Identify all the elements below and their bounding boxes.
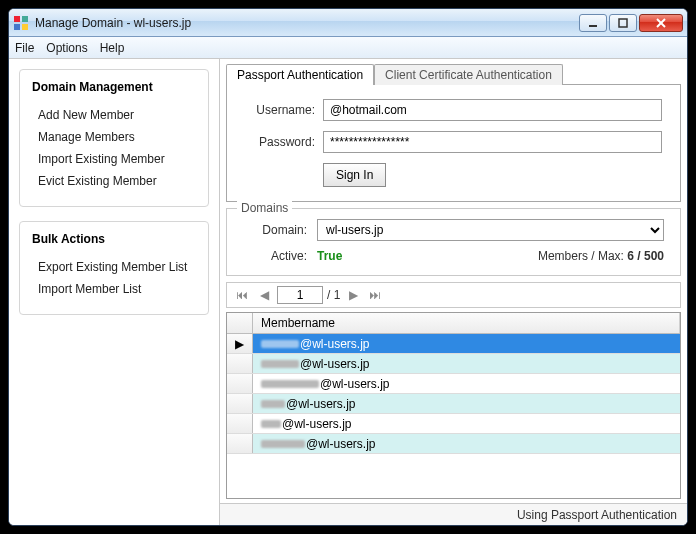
svg-rect-3 bbox=[22, 24, 28, 30]
domain-management-heading: Domain Management bbox=[32, 80, 196, 94]
table-row[interactable]: @wl-users.jp bbox=[227, 354, 680, 374]
pager-first-icon[interactable]: ⏮ bbox=[233, 286, 251, 304]
auth-tabs: Passport Authentication Client Certifica… bbox=[220, 59, 687, 84]
row-indicator-icon: ▶ bbox=[227, 334, 253, 353]
active-value: True bbox=[317, 249, 342, 263]
pager-total: / 1 bbox=[327, 288, 340, 302]
pager-next-icon[interactable]: ▶ bbox=[344, 286, 362, 304]
svg-rect-5 bbox=[619, 19, 627, 27]
table-row[interactable]: @wl-users.jp bbox=[227, 414, 680, 434]
sidebar-item-add-member[interactable]: Add New Member bbox=[32, 104, 196, 126]
titlebar[interactable]: Manage Domain - wl-users.jp bbox=[9, 9, 687, 37]
domain-label: Domain: bbox=[243, 223, 307, 237]
grid-corner bbox=[227, 313, 253, 333]
domains-group: Domains Domain: wl-users.jp Active: True… bbox=[226, 208, 681, 276]
sidebar: Domain Management Add New Member Manage … bbox=[9, 59, 219, 525]
domain-management-panel: Domain Management Add New Member Manage … bbox=[19, 69, 209, 207]
tab-passport[interactable]: Passport Authentication bbox=[226, 64, 374, 85]
auth-panel: Username: Password: Sign In bbox=[226, 84, 681, 202]
bulk-actions-panel: Bulk Actions Export Existing Member List… bbox=[19, 221, 209, 315]
username-input[interactable] bbox=[323, 99, 662, 121]
domains-legend: Domains bbox=[237, 201, 292, 215]
table-row[interactable]: @wl-users.jp bbox=[227, 434, 680, 454]
menu-options[interactable]: Options bbox=[46, 41, 87, 55]
username-label: Username: bbox=[245, 103, 315, 117]
sidebar-item-import-list[interactable]: Import Member List bbox=[32, 278, 196, 300]
svg-rect-2 bbox=[14, 24, 20, 30]
sidebar-item-manage-members[interactable]: Manage Members bbox=[32, 126, 196, 148]
members-max: Members / Max: 6 / 500 bbox=[538, 249, 664, 263]
active-label: Active: bbox=[243, 249, 307, 263]
signin-button[interactable]: Sign In bbox=[323, 163, 386, 187]
window-title: Manage Domain - wl-users.jp bbox=[35, 16, 579, 30]
pager-page-input[interactable] bbox=[277, 286, 323, 304]
sidebar-item-import-member[interactable]: Import Existing Member bbox=[32, 148, 196, 170]
bulk-actions-heading: Bulk Actions bbox=[32, 232, 196, 246]
table-row[interactable]: @wl-users.jp bbox=[227, 394, 680, 414]
pager: ⏮ ◀ / 1 ▶ ⏭ bbox=[226, 282, 681, 308]
maximize-button[interactable] bbox=[609, 14, 637, 32]
tab-client-cert[interactable]: Client Certificate Authentication bbox=[374, 64, 563, 85]
pager-last-icon[interactable]: ⏭ bbox=[366, 286, 384, 304]
app-window: Manage Domain - wl-users.jp File Options… bbox=[8, 8, 688, 526]
members-grid: Membername ▶@wl-users.jp @wl-users.jp @w… bbox=[226, 312, 681, 499]
close-button[interactable] bbox=[639, 14, 683, 32]
grid-header-membername[interactable]: Membername bbox=[253, 313, 680, 333]
menu-help[interactable]: Help bbox=[100, 41, 125, 55]
status-bar: Using Passport Authentication bbox=[220, 503, 687, 525]
svg-rect-0 bbox=[14, 16, 20, 22]
pager-prev-icon[interactable]: ◀ bbox=[255, 286, 273, 304]
sidebar-item-evict-member[interactable]: Evict Existing Member bbox=[32, 170, 196, 192]
password-label: Password: bbox=[245, 135, 315, 149]
password-input[interactable] bbox=[323, 131, 662, 153]
main-content: Passport Authentication Client Certifica… bbox=[219, 59, 687, 525]
domain-select[interactable]: wl-users.jp bbox=[317, 219, 664, 241]
app-icon bbox=[13, 15, 29, 31]
svg-rect-1 bbox=[22, 16, 28, 22]
sidebar-item-export-list[interactable]: Export Existing Member List bbox=[32, 256, 196, 278]
menu-file[interactable]: File bbox=[15, 41, 34, 55]
minimize-button[interactable] bbox=[579, 14, 607, 32]
table-row[interactable]: ▶@wl-users.jp bbox=[227, 334, 680, 354]
menubar: File Options Help bbox=[9, 37, 687, 59]
table-row[interactable]: @wl-users.jp bbox=[227, 374, 680, 394]
